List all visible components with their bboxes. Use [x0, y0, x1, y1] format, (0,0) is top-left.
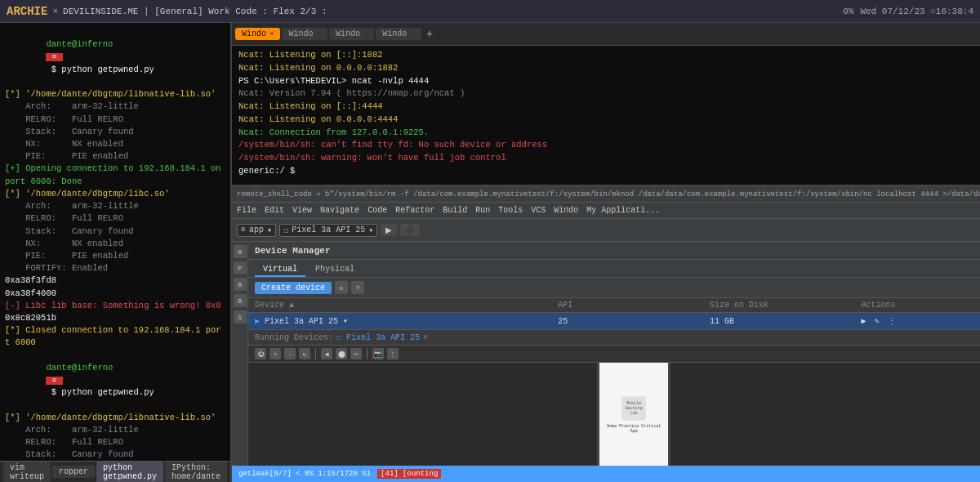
- status-text: getleak[0/7] < 8% 1:15/172m %1: [238, 470, 371, 478]
- bookmarks-icon[interactable]: B: [234, 278, 247, 291]
- col-device: Device ▲: [255, 301, 558, 310]
- ide-menu-file[interactable]: File: [237, 206, 256, 215]
- tab-virtual[interactable]: Virtual: [255, 263, 305, 277]
- help-button[interactable]: ?: [351, 281, 364, 294]
- close-icon[interactable]: ×: [410, 30, 414, 38]
- phone-app-text: Home Practice Critical App: [603, 424, 665, 434]
- window-tab-4[interactable]: Windo ×: [376, 28, 421, 40]
- close-icon[interactable]: ×: [317, 30, 321, 38]
- ide-menu-app[interactable]: My Applicati...: [586, 206, 660, 215]
- running-indicator: ▶: [255, 317, 260, 326]
- project-icon[interactable]: P: [234, 261, 247, 274]
- right-top-terminal: Windo × Windo × Windo × Windo × +: [232, 23, 980, 186]
- window-tabs: Windo × Windo × Windo × Windo × +: [232, 23, 980, 46]
- terminal-line: Stack: Canary found: [5, 225, 225, 238]
- prompt-user: dante@inferno: [46, 39, 113, 49]
- ide-path-bar: remote_shell_code = b"/system/bin/rm -f …: [232, 186, 980, 203]
- more-controls-button[interactable]: ⋮: [387, 348, 399, 359]
- ide-menu-build[interactable]: Build: [443, 206, 467, 215]
- terminal-line: dante@inferno ≡ $ python getpwned.py: [5, 26, 225, 88]
- running-device-close[interactable]: ×: [423, 333, 428, 342]
- terminal-line: Arch: arm-32-little: [5, 100, 225, 113]
- app-icon-toolbar: ≡: [241, 225, 246, 234]
- play-icon[interactable]: ▶: [862, 317, 866, 326]
- new-tab-button[interactable]: +: [423, 28, 436, 41]
- phone-frame: Home Practice Critical App MobileHacking…: [597, 363, 670, 466]
- prompt-cmd: $ python getpwned.py: [46, 65, 154, 74]
- recents-button[interactable]: ▭: [350, 348, 362, 359]
- taskbar-item-ipython[interactable]: IPython: home/dante: [165, 462, 227, 483]
- device-playback-controls: ⏻ + - ↻ ◀ ⬤ ▭ 📷 ⋮: [248, 346, 980, 363]
- terminal-line: 0xa38f4000: [5, 288, 225, 300]
- device-row-pixel3a[interactable]: ▶ Pixel 3a API 25 ▾ 25 11 GB ▶ ✎ ⋮: [248, 313, 980, 330]
- phone-preview-container: 1:1 Home Practice Critical App MobileHac…: [248, 363, 980, 466]
- taskbar-item-ropper[interactable]: ropper: [52, 466, 95, 478]
- terminal-line: Ncat: Connection from 127.0.0.1:9225.: [238, 127, 980, 140]
- terminal-line: [*] '/home/dante/dbgtmp/libc.so': [5, 188, 225, 200]
- ide-menu-vcs[interactable]: VCS: [531, 206, 546, 215]
- col-size: Size on Disk: [710, 301, 862, 310]
- terminal-line: Arch: arm-32-little: [5, 424, 225, 436]
- ide-menu-edit[interactable]: Edit: [265, 206, 284, 215]
- terminal-line: generic:/ $: [238, 165, 980, 178]
- debug-button[interactable]: ⬛: [400, 224, 420, 236]
- ide-statusbar: getleak[0/7] < 8% 1:15/172m %1 [41] [oun…: [232, 466, 980, 482]
- terminal-line: /system/bin/sh: can't find tty fd: No su…: [238, 139, 980, 152]
- device-manager-toolbar: Create device ↻ ?: [248, 278, 980, 298]
- device-dropdown-label: Pixel 3a API 25: [292, 225, 365, 234]
- home-button[interactable]: ⬤: [336, 348, 347, 359]
- ide-menu-tools[interactable]: Tools: [498, 206, 523, 215]
- phone-screen: Home Practice Critical App MobileHacking…: [599, 363, 668, 466]
- back-button[interactable]: ◀: [321, 348, 332, 359]
- ide-menu-window[interactable]: Windo: [554, 206, 578, 215]
- more-icon[interactable]: ⋮: [888, 317, 896, 326]
- prompt-badge: ≡: [46, 53, 62, 61]
- close-icon[interactable]: ×: [363, 30, 368, 38]
- window-close[interactable]: ×: [52, 7, 58, 16]
- structure-icon[interactable]: S: [234, 310, 247, 324]
- terminal-line: PS C:\Users\THEDEVIL> ncat -nvlp 4444: [238, 75, 980, 88]
- rotate-button[interactable]: ↻: [299, 348, 310, 359]
- terminal-line: Ncat: Version 7.94 ( https://nmap.org/nc…: [238, 87, 980, 100]
- volume-down-button[interactable]: -: [284, 348, 296, 359]
- terminal-line: 0xa38f3fd8: [5, 274, 225, 287]
- terminal-line: 0x8c82051b: [5, 312, 225, 324]
- terminal-line: Stack: Canary found: [5, 449, 225, 461]
- main-layout: dante@inferno ≡ $ python getpwned.py [*]…: [0, 23, 980, 482]
- device-manager-panel: Device Manager ⚙ Virtual Physical Create…: [248, 242, 980, 466]
- col-api: API: [558, 301, 710, 310]
- power-button[interactable]: ⏻: [255, 348, 266, 359]
- screenshot-button[interactable]: 📷: [372, 348, 384, 359]
- volume-up-button[interactable]: +: [270, 348, 281, 359]
- divider-2: [367, 348, 368, 359]
- tab-physical[interactable]: Physical: [307, 263, 363, 277]
- create-device-button[interactable]: Create device: [255, 282, 332, 294]
- device-manager-title: Device Manager: [255, 246, 330, 256]
- build-variants-icon[interactable]: B: [234, 294, 247, 307]
- ide-menu-refactor[interactable]: Refactor: [395, 206, 434, 215]
- close-icon[interactable]: ×: [270, 30, 274, 38]
- ide-menu-navigate[interactable]: Navigate: [320, 206, 359, 215]
- ide-menu-code[interactable]: Code: [368, 206, 387, 215]
- refresh-button[interactable]: ↻: [335, 281, 348, 294]
- taskbar-item-python[interactable]: python getpwned.py: [96, 462, 163, 483]
- ide-main-area: R P B B S Device Manager ⚙ Virtual Physi…: [232, 242, 980, 466]
- terminal-line: Arch: arm-32-little: [5, 200, 225, 212]
- window-tab-1[interactable]: Windo ×: [235, 28, 280, 40]
- window-tab-2[interactable]: Windo ×: [282, 28, 327, 40]
- terminal-line: Ncat: Listening on 0.0.0.0:1882: [238, 62, 980, 75]
- window-tab-3[interactable]: Windo ×: [329, 28, 374, 40]
- resource-manager-icon[interactable]: R: [234, 245, 247, 258]
- terminal-line: [*] '/home/dante/dbgtmp/libnative-lib.so…: [5, 88, 225, 100]
- status-error-badge: [41] [ounting: [377, 469, 441, 479]
- ide-menu-run[interactable]: Run: [475, 206, 490, 215]
- app-dropdown-label: app: [249, 225, 264, 234]
- device-name: ▶ Pixel 3a API 25 ▾: [255, 316, 558, 326]
- ide-menu-view[interactable]: View: [292, 206, 312, 215]
- taskbar-item-vim[interactable]: vim writeup: [3, 462, 51, 483]
- window-tab-label: Windo: [288, 29, 313, 38]
- ide-device-dropdown[interactable]: ☐ Pixel 3a API 25 ▾: [279, 224, 377, 237]
- run-button[interactable]: ▶: [381, 224, 397, 236]
- edit-icon[interactable]: ✎: [875, 317, 880, 326]
- ide-app-dropdown[interactable]: ≡ app ▾: [237, 224, 276, 237]
